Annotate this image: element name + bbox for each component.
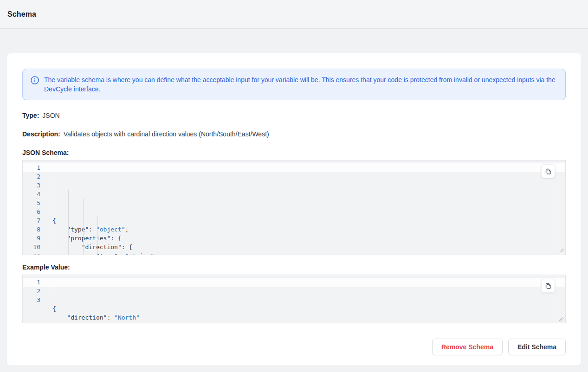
line-number-gutter: 1234567891011 xyxy=(23,163,40,255)
line-number-gutter: 123 xyxy=(23,278,40,323)
line-number: 10 xyxy=(23,243,40,251)
type-label: Type: xyxy=(22,112,39,119)
json-schema-label: JSON Schema: xyxy=(22,149,566,156)
remove-schema-button[interactable]: Remove Schema xyxy=(432,339,503,355)
line-number: 3 xyxy=(23,181,40,190)
code-line: "direction": "North" xyxy=(52,313,140,322)
scrollbar-track[interactable] xyxy=(559,275,559,323)
resize-grip[interactable] xyxy=(559,249,564,254)
footer-actions: Remove Schema Edit Schema xyxy=(22,339,566,355)
info-circle-icon xyxy=(31,76,39,84)
schema-card: The variable schema is where you can def… xyxy=(7,53,581,366)
indent-guide xyxy=(68,190,69,255)
description-row: Description:Validates objects with cardi… xyxy=(22,130,566,138)
line-number: 8 xyxy=(23,225,40,234)
code-line: { xyxy=(52,304,140,313)
json-schema-editor[interactable]: 1234567891011 { "type": "object", "prope… xyxy=(22,160,566,255)
copy-button[interactable] xyxy=(541,164,555,178)
code-content: { "type": "object", "properties": { "dir… xyxy=(52,163,158,255)
indent-guide xyxy=(54,287,54,295)
indent-guide xyxy=(97,216,98,255)
line-number: 6 xyxy=(23,207,40,216)
edit-schema-button[interactable]: Edit Schema xyxy=(508,339,566,355)
code-content: { "direction": "North"} xyxy=(52,278,140,323)
line-number: 4 xyxy=(23,190,40,199)
line-number: 2 xyxy=(23,287,40,295)
indent-guide xyxy=(54,172,54,255)
description-label: Description: xyxy=(22,130,60,138)
type-row: Type:JSON xyxy=(22,112,566,120)
example-value-label: Example Value: xyxy=(22,263,566,271)
page-header: Schema xyxy=(0,0,588,29)
info-alert-text: The variable schema is where you can def… xyxy=(44,75,558,94)
line-number: 11 xyxy=(23,251,40,255)
copy-icon xyxy=(544,282,552,289)
indent-guide xyxy=(83,199,84,255)
description-value: Validates objects with cardinal directio… xyxy=(64,130,269,138)
line-number: 1 xyxy=(23,278,40,287)
example-value-editor[interactable]: 123 { "direction": "North"} xyxy=(22,275,566,323)
type-value: JSON xyxy=(42,112,59,119)
line-number: 1 xyxy=(23,163,40,172)
resize-grip[interactable] xyxy=(559,317,564,322)
code-line: } xyxy=(52,322,140,323)
line-number: 3 xyxy=(23,295,40,304)
line-number: 7 xyxy=(23,216,40,225)
line-number: 5 xyxy=(23,199,40,207)
line-number: 9 xyxy=(23,234,40,243)
copy-button[interactable] xyxy=(541,279,555,293)
line-number: 2 xyxy=(23,172,40,181)
copy-icon xyxy=(544,167,552,175)
page-title: Schema xyxy=(7,10,36,19)
info-alert: The variable schema is where you can def… xyxy=(22,69,566,100)
scrollbar-track[interactable] xyxy=(559,160,559,255)
